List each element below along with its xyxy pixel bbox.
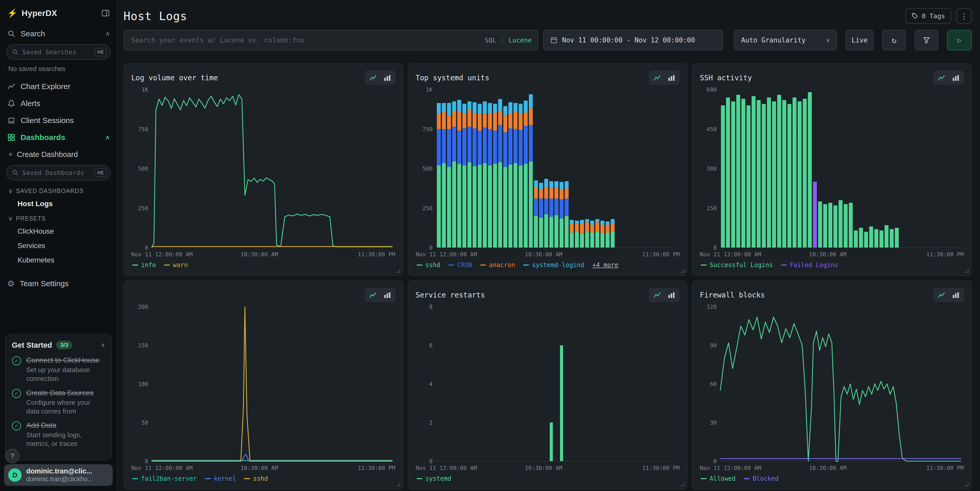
tags-button[interactable]: 0 Tags <box>905 8 951 24</box>
legend-item[interactable]: Successful Logins <box>701 261 773 269</box>
panel-top-systemd-units: Top systemd units 02505007501KNov 11 12:… <box>408 63 688 276</box>
sidebar-item-client-sessions[interactable]: Client Sessions <box>0 112 117 129</box>
get-started-step[interactable]: ✓ Add Data Start sending logs, metrics, … <box>12 421 105 448</box>
preset-item-clickhouse[interactable]: ClickHouse <box>0 224 117 238</box>
bar-chart-icon[interactable] <box>665 72 678 83</box>
resize-handle[interactable] <box>396 482 401 487</box>
saved-searches-field[interactable] <box>22 48 91 56</box>
chart-type-toggle[interactable] <box>933 70 964 85</box>
toolbar: SQL | Lucene Nov 11 00:00:00 - Nov 12 00… <box>124 30 972 51</box>
chart-canvas[interactable]: 02505007501KNov 11 12:00:00 AM10:30:00 A… <box>131 86 396 259</box>
get-started-step[interactable]: ✓ Create Data Sources Configure where yo… <box>12 388 105 416</box>
legend-item[interactable]: Allowed <box>701 475 735 482</box>
resize-handle[interactable] <box>680 268 685 273</box>
panel-title: Top systemd units <box>415 74 490 82</box>
granularity-value: Auto Granularity <box>741 36 805 44</box>
chart-legend: Successful LoginsFailed Logins <box>700 259 964 271</box>
chevron-up-icon[interactable]: ∧ <box>105 134 110 141</box>
svg-text:120: 120 <box>707 303 717 310</box>
legend-item[interactable]: fail2ban-server <box>132 475 197 482</box>
chart-type-toggle[interactable] <box>649 70 680 85</box>
chart-type-toggle[interactable] <box>365 70 396 85</box>
line-chart-icon[interactable] <box>366 72 380 83</box>
svg-text:0: 0 <box>429 458 432 464</box>
legend-item[interactable]: sshd <box>244 475 268 482</box>
chevron-up-icon[interactable]: ∧ <box>101 342 105 348</box>
legend-item[interactable]: sshd <box>417 261 440 269</box>
user-name: dominic.tran@clic... <box>26 467 93 475</box>
help-button[interactable]: ? <box>5 449 19 463</box>
resize-handle[interactable] <box>964 268 969 273</box>
page-header: Host Logs 0 Tags ⋮ <box>124 0 972 24</box>
create-dashboard-button[interactable]: + Create Dashboard <box>0 146 117 163</box>
filter-button[interactable] <box>915 30 938 51</box>
line-chart-icon[interactable] <box>935 72 948 83</box>
sidebar-item-search[interactable]: Search ∧ <box>0 25 117 42</box>
line-chart-icon[interactable] <box>650 289 664 300</box>
bar-chart-icon[interactable] <box>665 289 678 300</box>
chevron-up-icon[interactable]: ∧ <box>105 30 110 37</box>
saved-dashboards-section[interactable]: ∨ SAVED DASHBOARDS <box>0 183 117 197</box>
more-options-button[interactable]: ⋮ <box>956 8 972 24</box>
lucene-toggle[interactable]: Lucene <box>509 37 532 44</box>
legend-item[interactable]: kernel <box>205 475 236 482</box>
resize-handle[interactable] <box>396 268 401 273</box>
svg-text:750: 750 <box>138 126 148 132</box>
chart-canvas[interactable]: 0150300450600Nov 11 12:00:00 AM10:30:00 … <box>700 86 964 259</box>
bar-chart-icon[interactable] <box>949 289 963 300</box>
preset-item-kubernetes[interactable]: Kubernetes <box>0 253 117 267</box>
sidebar-item-alerts[interactable]: Alerts <box>0 95 117 112</box>
chart-canvas[interactable]: 050100150200Nov 11 12:00:00 AM10:30:00 A… <box>131 303 396 472</box>
sql-toggle[interactable]: SQL <box>485 37 496 44</box>
event-search-box[interactable]: SQL | Lucene <box>124 30 538 51</box>
saved-dashboards-field[interactable] <box>22 169 91 176</box>
legend-item[interactable]: Blocked <box>744 475 778 482</box>
legend-item[interactable]: warn <box>164 261 188 269</box>
chart-canvas[interactable]: 0306090120Nov 11 12:00:00 AM10:30:00 AM1… <box>700 303 964 472</box>
chart-type-toggle[interactable] <box>365 288 396 302</box>
dashboard-item-host-logs[interactable]: Host Logs <box>0 197 117 211</box>
resize-handle[interactable] <box>964 482 969 487</box>
no-saved-searches-note: No saved searches <box>0 63 117 78</box>
saved-dashboards-input[interactable]: ⌘K <box>6 165 111 180</box>
query-language-toggle[interactable]: SQL | Lucene <box>485 37 532 44</box>
svg-text:60: 60 <box>710 381 717 387</box>
legend-item[interactable]: info <box>132 261 156 269</box>
line-chart-icon[interactable] <box>366 289 380 300</box>
chart-canvas[interactable]: 02468Nov 11 12:00:00 AM10:30:00 AM11:30:… <box>415 303 680 472</box>
legend-item[interactable]: +4 more <box>592 261 619 269</box>
sidebar-item-dashboards[interactable]: Dashboards ∧ <box>0 129 117 146</box>
sidebar-item-team-settings[interactable]: ⚙ Team Settings <box>0 275 117 292</box>
bar-chart-icon[interactable] <box>381 289 394 300</box>
granularity-select[interactable]: Auto Granularity ∨ <box>734 30 837 51</box>
chart-canvas[interactable]: 02505007501KNov 11 12:00:00 AM10:30:00 A… <box>415 86 680 259</box>
legend-item[interactable]: CRON <box>448 261 472 269</box>
get-started-step[interactable]: ✓ Connect to ClickHouse Set up your data… <box>12 356 105 383</box>
panel-title: Log volume over time <box>131 74 218 82</box>
refresh-button[interactable]: ↻ <box>882 30 906 51</box>
bar-chart-icon[interactable] <box>949 72 963 83</box>
live-button[interactable]: Live <box>846 30 873 51</box>
time-range-picker[interactable]: Nov 11 00:00:00 - Nov 12 00:00:00 <box>543 30 723 51</box>
chart-type-toggle[interactable] <box>649 288 680 302</box>
legend-item[interactable]: Failed Logins <box>781 261 838 269</box>
collapse-sidebar-icon[interactable] <box>102 9 110 17</box>
search-input[interactable] <box>131 36 485 44</box>
presets-section[interactable]: ∨ PRESETS <box>0 211 117 224</box>
legend-item[interactable]: systemd-logind <box>523 261 584 269</box>
legend-item[interactable]: anacron <box>480 261 515 269</box>
resize-handle[interactable] <box>680 482 685 487</box>
main-content: Host Logs 0 Tags ⋮ SQL | Lucene <box>117 0 980 491</box>
bar-chart-icon[interactable] <box>381 72 394 83</box>
user-menu[interactable]: D dominic.tran@clic... dominic.tran@clic… <box>4 464 113 486</box>
run-query-button[interactable]: ▷ <box>947 30 972 51</box>
sidebar-item-chart-explorer[interactable]: Chart Explorer <box>0 78 117 95</box>
line-chart-icon[interactable] <box>935 289 948 300</box>
chart-type-toggle[interactable] <box>933 288 964 302</box>
saved-searches-input[interactable]: ⌘K <box>6 44 111 60</box>
svg-text:1K: 1K <box>142 86 148 93</box>
line-chart-icon[interactable] <box>650 72 664 83</box>
preset-item-services[interactable]: Services <box>0 238 117 253</box>
legend-item[interactable]: systemd <box>417 475 452 482</box>
sidebar-item-label: Alerts <box>21 99 40 108</box>
